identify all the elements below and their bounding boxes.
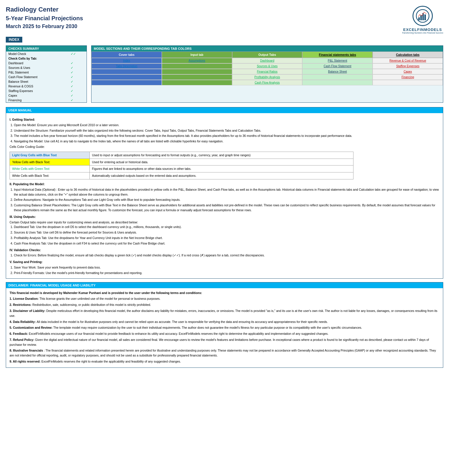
section-cell xyxy=(91,69,162,74)
section-cell[interactable]: Index xyxy=(91,58,162,63)
check-label: Staffing Expenses xyxy=(6,89,68,93)
col-header-calculation: Calculation tabs xyxy=(373,52,443,58)
check-label: P&L Statement xyxy=(6,70,68,75)
user-manual-header: USER MANUAL xyxy=(6,107,443,113)
check-label: Sources & Uses xyxy=(6,65,68,70)
section-cell xyxy=(162,80,232,85)
section-cell[interactable]: Financial Ratios xyxy=(232,69,303,74)
logo-area: EXCELFINMODELS Transforming Numbers into… xyxy=(402,6,443,34)
disclaimer-content: This financial model is developed by Mah… xyxy=(6,288,443,367)
outputs-title: III. Using Outputs: xyxy=(10,214,439,219)
section-cell[interactable]: Tabs Description xyxy=(91,63,162,69)
page-header: Radiology Center 5-Year Financial Projec… xyxy=(6,6,443,34)
check-label: Capex xyxy=(6,93,68,98)
populating-item: Customizing Balance Sheet Placeholders: … xyxy=(14,203,439,213)
disclaimer-item-text: Redistribution, sale, sublicensing, or p… xyxy=(32,303,151,306)
disclaimer-item: 5. Customization and Review: The templat… xyxy=(10,325,439,330)
disclaimer-item-text: Given the digital and intellectual natur… xyxy=(10,338,429,346)
col-header-cover: Cover tabs xyxy=(91,52,162,58)
section-cell[interactable]: P&L Statement xyxy=(302,58,373,63)
user-manual-content: I. Getting Started: Open the Model: Ensu… xyxy=(6,113,443,278)
disclaimer-item-title: 3. Disclaimer of Liability: xyxy=(10,309,46,313)
color-guide-desc: Automatically calculated outputs based o… xyxy=(89,172,353,179)
check-value: ✓ xyxy=(68,89,87,93)
check-value: ✓ xyxy=(68,98,87,102)
disclaimer-item: 9. All rights reserved: ExcelFinModels r… xyxy=(10,359,439,364)
check-label: Dashboard xyxy=(6,61,68,65)
check-label: Check Cells by Tab: xyxy=(6,56,68,61)
section-cell xyxy=(162,63,232,69)
check-value: ✓ xyxy=(68,61,87,65)
disclaimer-items: 1. License Duration: This license grants… xyxy=(10,296,439,364)
disclaimer-item-text: Despite meticulous effort in developing … xyxy=(10,309,437,317)
disclaimer-header: DISCLAIMER: FINANCIAL MODEL USAGE AND LI… xyxy=(6,282,443,288)
col-header-financial: Financial statements tabs xyxy=(302,52,373,58)
disclaimer-item-title: 2. Restrictions: xyxy=(10,303,32,306)
section-cell[interactable]: Staffing Expenses xyxy=(373,63,443,69)
populating-list: Input Historical Data (Optional) : Enter… xyxy=(14,187,439,213)
disclaimer-item-title: 1. License Duration: xyxy=(10,297,39,300)
color-guide-cell: White Cells with Black Text: xyxy=(10,172,90,179)
disclaimer-item-title: 8. Illustrative financials xyxy=(10,349,44,352)
color-guide-table: Light Gray Cells with Blue TextUsed to i… xyxy=(10,152,353,179)
getting-started-item: Understand the Structure: Familiarize yo… xyxy=(14,128,439,133)
title-radiology: Radiology Center xyxy=(6,6,83,13)
section-cell[interactable]: Assumptions xyxy=(162,58,232,63)
color-guide-cell: White Cells with Green Text xyxy=(10,166,90,172)
disclaimer-intro: This financial model is developed by Mah… xyxy=(10,291,439,295)
check-label: Cash Flow Statement xyxy=(6,75,68,79)
color-guide-desc: Used to input or adjust assumptions for … xyxy=(89,152,353,159)
populating-title: II. Populating the Model: xyxy=(10,182,439,187)
header-titles: Radiology Center 5-Year Financial Projec… xyxy=(6,6,83,32)
check-value: ✓ xyxy=(68,93,87,98)
disclaimer-item-title: 6. Feedback: xyxy=(10,332,29,335)
outputs-list: Dashboard Tab: Use the dropdown in cell … xyxy=(14,225,439,246)
populating-item: Input Historical Data (Optional) : Enter… xyxy=(14,187,439,197)
checks-table-body: Model Check✓✓Check Cells by Tab:Dashboar… xyxy=(6,52,87,102)
getting-started-item: The model includes a five-year forecast … xyxy=(14,133,439,138)
section-cell[interactable]: Balance Sheet xyxy=(302,69,373,74)
section-cell[interactable]: Capex xyxy=(373,69,443,74)
check-value: ✓ xyxy=(68,70,87,75)
disclaimer-item: 2. Restrictions: Redistribution, sale, s… xyxy=(10,302,439,307)
section-cell[interactable]: Dashboard xyxy=(232,58,303,63)
section-cell xyxy=(302,80,373,85)
checks-header: CHECKS SUMMARY xyxy=(6,46,87,52)
outputs-item: Profitability Analysis Tab: Use the drop… xyxy=(14,236,439,240)
disclaimer-item-text: : The financial statements and related i… xyxy=(10,349,436,357)
check-value: ✓ xyxy=(68,79,87,84)
section-cell[interactable]: Sources & Uses xyxy=(232,63,303,69)
outputs-item: Cash Flow Analysis Tab: Use the dropdown… xyxy=(14,241,439,246)
disclaimer-item-title: 7. Refund Policy: xyxy=(10,338,35,341)
checks-summary-table: CHECKS SUMMARY Model Check✓✓Check Cells … xyxy=(6,45,87,103)
logo-tagline: Transforming Numbers into Financial Succ… xyxy=(402,32,443,34)
validation-list: Check for Errors: Before finalizing the … xyxy=(14,253,439,258)
section-cell xyxy=(91,74,162,80)
main-tables: CHECKS SUMMARY Model Check✓✓Check Cells … xyxy=(6,45,443,103)
logo-circle xyxy=(413,6,433,26)
outputs-item: Dashboard Tab: Use the dropdown in cell … xyxy=(14,225,439,229)
check-label: Model Check xyxy=(6,52,68,56)
model-sections-header: MODEL SECTIONS AND THEIR CORRESPONDING T… xyxy=(91,46,443,52)
section-cell xyxy=(302,74,373,80)
disclaimer-item: 3. Disclaimer of Liability: Despite meti… xyxy=(10,308,439,318)
svg-rect-1 xyxy=(418,17,420,20)
color-guide-desc: Figures that are linked to assumptions o… xyxy=(89,166,353,172)
saving-title: V. Saving and Printing: xyxy=(10,260,439,264)
section-cell[interactable]: Financing xyxy=(373,74,443,80)
section-cell[interactable]: Revenue & Cost of Revenue xyxy=(373,58,443,63)
disclaimer-item-text: ExcelFinModels encourage users of our fi… xyxy=(29,332,329,335)
disclaimer-item-text: This license grants the user unlimited u… xyxy=(39,297,160,300)
check-label: Balance Sheet xyxy=(6,79,68,84)
outputs-item: Sources & Uses Tab: Use cell D6 to defin… xyxy=(14,230,439,235)
saving-item: Save Your Work: Save your work frequentl… xyxy=(14,265,439,270)
section-cell[interactable]: Cash Flow Statement xyxy=(302,63,373,69)
check-value: ✓✓ xyxy=(68,52,87,56)
section-cell[interactable]: Profitability Analysis xyxy=(232,74,303,80)
check-value: ✓ xyxy=(68,84,87,89)
outputs-intro: Certain Output tabs require user inputs … xyxy=(10,220,439,225)
section-cell[interactable]: Cash Flow Analysis xyxy=(232,80,303,85)
disclaimer-item-text: The template model may require customiza… xyxy=(53,326,362,329)
title-dates: March 2025 to February 2030 xyxy=(6,23,83,30)
disclaimer-item: 6. Feedback: ExcelFinModels encourage us… xyxy=(10,331,439,336)
